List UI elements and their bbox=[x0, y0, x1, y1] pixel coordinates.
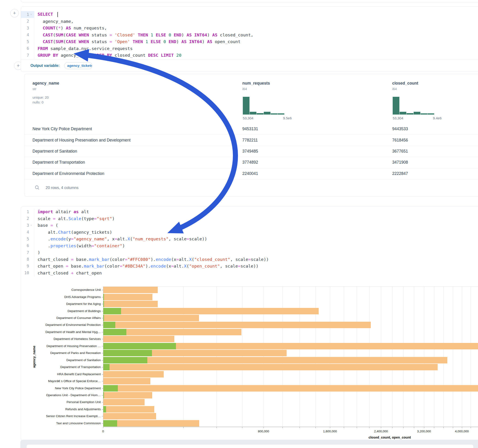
output-variable-chip[interactable]: agency_tickets bbox=[64, 62, 92, 69]
code-line[interactable]: 9chart_open = base.mark_bar(color="#8BC3… bbox=[21, 263, 478, 270]
code-line-text: .encode(y="agency_name", x=alt.X("num_re… bbox=[34, 236, 207, 241]
code-line[interactable]: 6FROM sample_data.nyc.service_requests bbox=[21, 45, 478, 52]
column-stat: unique: 20 bbox=[32, 95, 59, 100]
line-number: 4 bbox=[24, 230, 29, 234]
code-line-text: chart_closed + chart_open bbox=[34, 271, 102, 275]
search-icon[interactable] bbox=[35, 185, 40, 190]
line-number-gutter: 6 bbox=[21, 243, 34, 249]
histogram-bar bbox=[243, 97, 250, 115]
histogram-max-label: 9.4e6 bbox=[433, 116, 441, 120]
histogram-axis-labels: 53,3049.4e6 bbox=[393, 116, 441, 120]
code-line-text: CAST(SUM(CASE WHEN status = 'Open' THEN … bbox=[34, 39, 240, 44]
line-number-gutter: 1 bbox=[21, 208, 34, 215]
code-line-text: CAST(SUM(CASE WHEN status = 'Closed' THE… bbox=[34, 32, 253, 37]
code-line[interactable]: 5 CAST(SUM(CASE WHEN status = 'Open' THE… bbox=[21, 38, 478, 45]
line-number: 7 bbox=[24, 250, 29, 255]
line-number: 4 bbox=[24, 32, 29, 37]
code-line-text: agency_name, bbox=[34, 19, 74, 24]
table-cell: 3677651 bbox=[392, 149, 408, 154]
table-cell: Department of Environmental Protection bbox=[32, 171, 104, 176]
code-line[interactable]: 1˅SELECT bbox=[21, 11, 478, 18]
code-line[interactable]: 7GROUP BY agency_name ORDER BY closed_co… bbox=[21, 52, 478, 59]
column-header[interactable]: agency_namestrunique: 20nulls: 0 bbox=[32, 81, 59, 105]
line-number: 6 bbox=[24, 243, 29, 248]
code-line-text: chart_closed = base.mark_bar(color="#FFC… bbox=[34, 257, 269, 262]
line-number: 10 bbox=[24, 271, 29, 275]
code-line[interactable]: 4 CAST(SUM(CASE WHEN status = 'Closed' T… bbox=[21, 31, 478, 38]
histogram-bar bbox=[264, 112, 270, 115]
table-row: Department of Environmental Protection22… bbox=[25, 168, 478, 179]
histogram-bar bbox=[421, 113, 427, 115]
sql-result-table: agency_namestrunique: 20nulls: 0num_requ… bbox=[24, 74, 478, 197]
line-number: 3 bbox=[24, 223, 29, 228]
histogram-bar bbox=[428, 113, 434, 115]
histogram-bar bbox=[400, 112, 406, 115]
table-cell: 2222847 bbox=[392, 171, 408, 176]
code-line[interactable]: 3 COUNT(*) AS num_requests, bbox=[21, 25, 478, 31]
line-number-gutter: 5 bbox=[21, 38, 34, 45]
line-number: 3 bbox=[24, 26, 29, 31]
line-number: 9 bbox=[24, 264, 29, 268]
table-cell: 3471908 bbox=[392, 160, 408, 165]
line-number-gutter: 3 bbox=[21, 25, 34, 31]
column-header[interactable]: num_requestsi64 bbox=[242, 81, 270, 91]
histogram-bar bbox=[271, 113, 277, 115]
add-cell-button[interactable]: + bbox=[10, 9, 19, 17]
code-line[interactable]: 8chart_closed = base.mark_bar(color="#FF… bbox=[21, 256, 478, 263]
code-line-text: FROM sample_data.nyc.service_requests bbox=[34, 46, 132, 51]
histogram-bar bbox=[407, 113, 413, 115]
histogram-max-label: 9.5e6 bbox=[283, 116, 292, 120]
histogram-axis-labels: 53,3049.5e6 bbox=[243, 116, 292, 120]
fold-caret-icon[interactable]: ˅ bbox=[30, 224, 33, 227]
code-line[interactable]: 3˅base = ( bbox=[21, 222, 478, 229]
code-line[interactable]: 2scale = alt.Scale(type="sqrt") bbox=[21, 215, 478, 222]
code-line[interactable]: 5 .encode(y="agency_name", x=alt.X("num_… bbox=[21, 236, 478, 243]
output-variable-row: Output variable: agency_tickets bbox=[21, 59, 478, 72]
column-name: agency_name bbox=[32, 81, 59, 86]
line-number-gutter: 4 bbox=[21, 31, 34, 38]
table-cell: Department of Transportation bbox=[32, 160, 85, 165]
line-number-gutter: 7 bbox=[21, 249, 34, 256]
code-line-text: COUNT(*) AS num_requests, bbox=[34, 25, 107, 31]
code-line-text: alt.Chart(agency_tickets) bbox=[34, 230, 112, 235]
table-row: New York City Police Department945313194… bbox=[25, 124, 478, 135]
column-type: i64 bbox=[392, 87, 418, 91]
table-cell: 7618456 bbox=[392, 138, 408, 143]
line-number-gutter: 9 bbox=[21, 263, 34, 270]
line-number-gutter: 2 bbox=[21, 215, 34, 222]
code-line[interactable]: 10chart_closed + chart_open bbox=[21, 270, 478, 277]
column-histogram bbox=[243, 97, 284, 115]
code-line[interactable]: 7) bbox=[21, 249, 478, 256]
histogram-bar bbox=[257, 113, 263, 115]
column-stat: nulls: 0 bbox=[32, 100, 59, 105]
line-number: 5 bbox=[24, 237, 29, 241]
line-number: 1 bbox=[24, 210, 29, 214]
column-header[interactable]: closed_counti64 bbox=[392, 81, 418, 91]
code-line-text: scale = alt.Scale(type="sqrt") bbox=[34, 216, 115, 221]
histogram-bar bbox=[250, 112, 256, 115]
table-cell: Department of Sanitation bbox=[32, 149, 77, 154]
table-row: Department of Housing Preservation and D… bbox=[25, 135, 478, 146]
code-line[interactable]: 6 .properties(width="container") bbox=[21, 243, 478, 249]
table-row-count: 20 rows, 4 columns bbox=[46, 186, 78, 190]
code-line[interactable]: 4 alt.Chart(agency_tickets) bbox=[21, 229, 478, 236]
code-line-text: .properties(width="container") bbox=[34, 243, 125, 248]
previous-cell-bottom-edge bbox=[21, 0, 478, 2]
python-cell: 1import altair as alt2scale = alt.Scale(… bbox=[21, 206, 478, 441]
code-line[interactable]: 2 agency_name, bbox=[21, 18, 478, 25]
line-number: 2 bbox=[24, 19, 29, 24]
code-line[interactable]: 1import altair as alt bbox=[21, 208, 478, 215]
fold-caret-icon[interactable]: ˅ bbox=[30, 13, 33, 16]
line-number-gutter: 4 bbox=[21, 229, 34, 236]
code-line-text: SELECT bbox=[34, 12, 58, 17]
line-number: 5 bbox=[24, 39, 29, 44]
table-cell: New York City Police Department bbox=[32, 126, 92, 131]
code-line-text: ) bbox=[34, 250, 40, 255]
column-name: num_requests bbox=[242, 81, 270, 86]
code-line-text: base = ( bbox=[34, 223, 58, 228]
python-code-editor[interactable]: 1import altair as alt2scale = alt.Scale(… bbox=[21, 208, 478, 276]
line-number: 2 bbox=[24, 216, 29, 221]
line-number-gutter: 10 bbox=[21, 270, 34, 277]
line-number: 7 bbox=[24, 53, 29, 58]
sql-code-editor[interactable]: 1˅SELECT 2 agency_name,3 COUNT(*) AS num… bbox=[21, 11, 478, 59]
